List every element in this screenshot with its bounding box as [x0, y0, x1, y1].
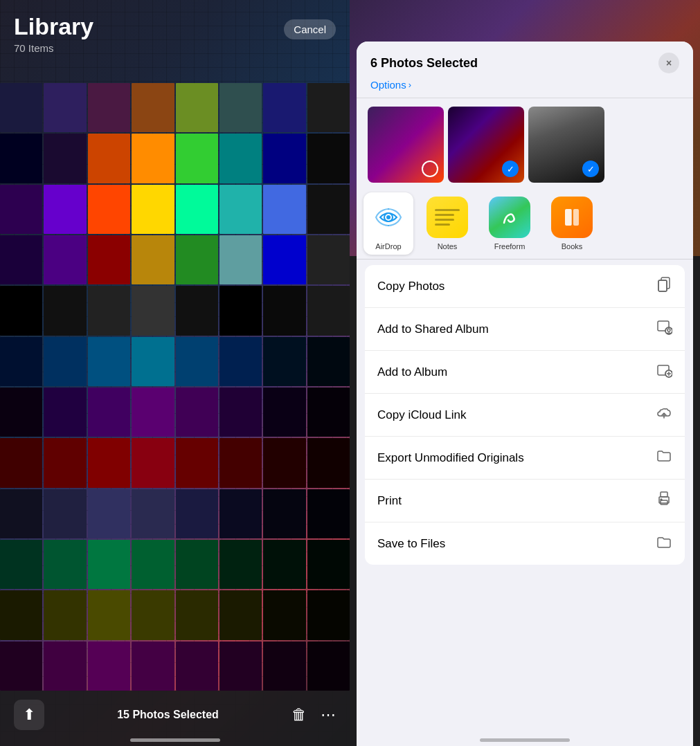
copy-photos-item[interactable]: Copy Photos — [365, 265, 685, 308]
icloud-icon — [656, 405, 672, 425]
left-header: Library 70 Items Cancel — [0, 0, 350, 61]
svg-rect-19 — [661, 500, 667, 504]
left-bottom-bar: ⬆ 15 Photos Selected 🗑 ⋯ — [0, 691, 350, 746]
preview-thumb-3: ✓ — [528, 107, 604, 183]
more-icon[interactable]: ⋯ — [321, 706, 336, 724]
svg-rect-6 — [658, 280, 667, 291]
checkmark-icon: ✓ — [502, 161, 519, 177]
print-item[interactable]: Print — [365, 480, 685, 522]
trash-icon[interactable]: 🗑 — [291, 706, 307, 724]
close-button[interactable]: × — [658, 53, 679, 73]
notes-label: Notes — [438, 242, 458, 251]
books-app-item[interactable]: Books — [548, 197, 596, 251]
photo-grid — [0, 83, 350, 691]
shared-album-icon — [656, 319, 672, 339]
preview-thumb-2: ✓ — [448, 107, 524, 183]
copy-icon — [656, 276, 672, 296]
svg-point-20 — [661, 499, 662, 500]
share-sheet: 6 Photos Selected × Options › ✓ — [357, 42, 693, 746]
add-album-icon — [656, 362, 672, 382]
airdrop-icon — [368, 197, 409, 238]
preview-thumb-1 — [368, 107, 444, 183]
sheet-title: 6 Photos Selected — [370, 56, 478, 71]
share-button[interactable]: ⬆ — [14, 700, 44, 730]
menu-group: Copy Photos Add to Shared Album — [365, 265, 685, 565]
home-indicator — [130, 738, 220, 742]
files-folder-icon — [656, 534, 672, 554]
item-count: 70 Items — [14, 42, 93, 54]
home-indicator-right — [480, 738, 570, 742]
options-label: Options — [370, 79, 406, 91]
cancel-button[interactable]: Cancel — [284, 19, 336, 39]
photo-preview-row: ✓ ✓ — [357, 98, 693, 191]
checkmark-icon-2: ✓ — [582, 161, 599, 177]
freeform-label: Freeform — [494, 242, 526, 251]
export-originals-item[interactable]: Export Unmodified Originals — [365, 437, 685, 480]
books-icon — [551, 197, 593, 238]
copy-photos-label: Copy Photos — [377, 280, 445, 293]
bottom-action-icons: 🗑 ⋯ — [291, 706, 336, 724]
freeform-icon — [489, 197, 530, 238]
airdrop-app-item[interactable]: AirDrop — [364, 192, 413, 255]
left-panel: Library 70 Items Cancel ⬆ 15 Photos Sele… — [0, 0, 350, 746]
share-menu: Copy Photos Add to Shared Album — [357, 260, 693, 746]
library-title: Library — [14, 14, 93, 39]
add-shared-album-item[interactable]: Add to Shared Album — [365, 308, 685, 351]
svg-rect-17 — [661, 492, 667, 497]
save-to-files-label: Save to Files — [377, 537, 445, 551]
print-icon — [656, 491, 672, 511]
svg-rect-2 — [565, 209, 572, 226]
share-icon: ⬆ — [23, 706, 35, 724]
add-album-item[interactable]: Add to Album — [365, 351, 685, 394]
copy-icloud-label: Copy iCloud Link — [377, 408, 467, 422]
options-button[interactable]: Options › — [370, 79, 679, 91]
selection-count: 15 Photos Selected — [117, 709, 219, 721]
chevron-right-icon: › — [409, 80, 411, 90]
right-panel: 6 Photos Selected × Options › ✓ — [350, 0, 700, 746]
svg-point-1 — [386, 215, 391, 219]
print-label: Print — [377, 494, 402, 508]
airdrop-label: AirDrop — [375, 242, 401, 251]
export-folder-icon — [656, 448, 672, 468]
notes-icon — [427, 197, 468, 238]
add-shared-album-label: Add to Shared Album — [377, 322, 489, 336]
copy-icloud-item[interactable]: Copy iCloud Link — [365, 394, 685, 437]
sheet-header: 6 Photos Selected × Options › — [357, 42, 693, 98]
app-icons-row: AirDrop Notes — [357, 191, 693, 260]
freeform-app-item[interactable]: Freeform — [485, 197, 534, 251]
export-originals-label: Export Unmodified Originals — [377, 451, 524, 465]
save-to-files-item[interactable]: Save to Files — [365, 522, 685, 565]
svg-rect-3 — [573, 209, 579, 226]
books-label: Books — [562, 242, 583, 251]
selection-circle — [422, 161, 438, 177]
notes-app-item[interactable]: Notes — [423, 197, 472, 251]
add-album-label: Add to Album — [377, 365, 447, 379]
